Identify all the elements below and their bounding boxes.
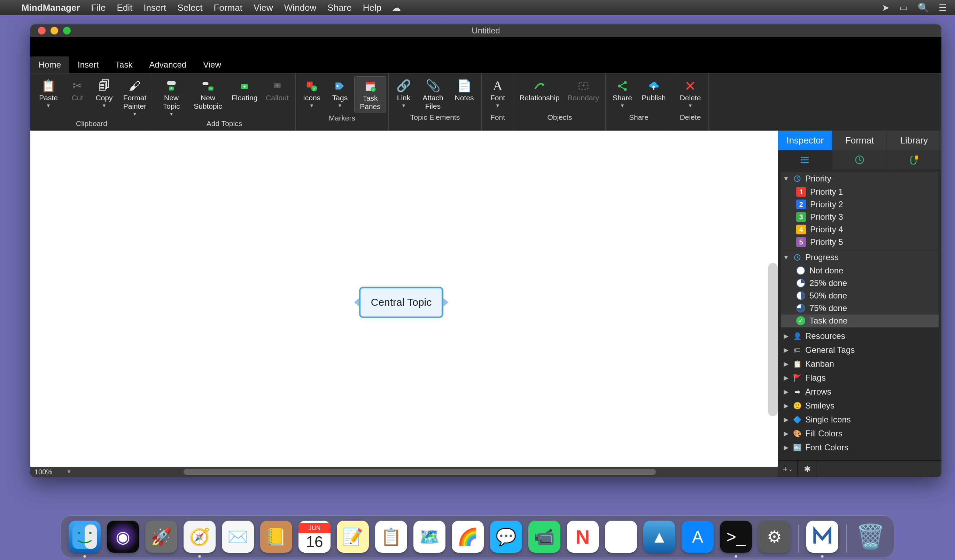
central-topic[interactable]: Central Topic — [359, 286, 443, 318]
ribbon-tab-view[interactable]: View — [195, 56, 230, 73]
minimize-window-button[interactable] — [50, 27, 58, 34]
task-panes-button[interactable]: ✓Task Panes — [354, 76, 386, 113]
inspector-subtab-attachments[interactable] — [887, 150, 941, 170]
new-subtopic-button[interactable]: +New Subtopic — [188, 76, 228, 112]
menu-edit[interactable]: Edit — [111, 2, 138, 13]
dock-maps[interactable]: 🗺️ — [413, 521, 445, 553]
menu-extra-icon[interactable]: ☁ — [387, 2, 406, 13]
canvas-horizontal-scrollbar[interactable] — [183, 469, 656, 475]
font-button[interactable]: AFont▼ — [484, 76, 512, 112]
ribbon-tab-insert[interactable]: Insert — [69, 56, 107, 73]
format-painter-button[interactable]: 🖌Format Painter ▼ — [119, 76, 151, 118]
menu-help[interactable]: Help — [357, 2, 387, 13]
cut-button[interactable]: ✂Cut — [65, 76, 89, 112]
tray-spotlight-icon[interactable]: 🔍 — [913, 2, 934, 13]
progress-item[interactable]: ✓Task done — [781, 314, 939, 327]
collapsed-group-head[interactable]: ▶🙂Smileys — [781, 399, 939, 413]
new-topic-button[interactable]: +New Topic ▼ — [155, 76, 187, 118]
menu-window[interactable]: Window — [279, 2, 322, 13]
menu-insert[interactable]: Insert — [138, 2, 172, 13]
priority-group-head[interactable]: ▼ Priority — [781, 172, 939, 186]
dock-facetime[interactable]: 📹 — [528, 521, 560, 553]
dock-siri[interactable]: ◉ — [107, 521, 139, 553]
zoom-level[interactable]: 100% — [34, 468, 52, 476]
relationship-button[interactable]: Relationship — [516, 76, 563, 112]
collapsed-group-head[interactable]: ▶🎨Fill Colors — [781, 427, 939, 441]
floating-button[interactable]: +Floating — [229, 76, 260, 112]
priority-item[interactable]: 3Priority 3 — [781, 211, 939, 223]
canvas-vertical-scrollbar[interactable] — [768, 263, 778, 416]
dock-mindmanager[interactable] — [806, 521, 838, 553]
dock-trash[interactable]: 🗑️ — [854, 521, 886, 553]
dock-reminders[interactable]: 📋 — [375, 521, 407, 553]
copy-button[interactable]: 🗐Copy▼ — [90, 76, 118, 112]
dock-appstore[interactable]: A — [682, 521, 714, 553]
collapsed-group-head[interactable]: ▶🔷Single Icons — [781, 413, 939, 427]
notes-button[interactable]: 📄Notes — [449, 76, 479, 112]
publish-button[interactable]: Publish — [638, 76, 670, 112]
inspector-tab-inspector[interactable]: Inspector — [778, 131, 832, 150]
dock-terminal[interactable]: >_ — [720, 521, 752, 553]
progress-item[interactable]: 25% done — [781, 277, 939, 289]
close-window-button[interactable] — [38, 27, 45, 34]
zoom-dropdown-icon[interactable]: ▼ — [66, 469, 72, 475]
collapsed-group-head[interactable]: ▶🏷General Tags — [781, 343, 939, 357]
dock-messages[interactable]: 💬 — [490, 521, 522, 553]
dock-contacts[interactable]: 📒 — [260, 521, 292, 553]
tray-display-icon[interactable]: ▭ — [894, 2, 913, 13]
boundary-button[interactable]: +Boundary — [564, 76, 603, 112]
ribbon-tab-advanced[interactable]: Advanced — [141, 56, 195, 73]
collapsed-group-head[interactable]: ▶🚩Flags — [781, 371, 939, 385]
link-button[interactable]: 🔗Link▼ — [391, 76, 416, 112]
paste-button[interactable]: 📋Paste▼ — [32, 76, 64, 112]
inspector-tab-library[interactable]: Library — [887, 131, 941, 150]
menu-select[interactable]: Select — [172, 2, 208, 13]
collapsed-group-head[interactable]: ▶👤Resources — [781, 329, 939, 343]
add-marker-button[interactable]: +⌄ — [778, 461, 798, 477]
tags-button[interactable]: Tags▼ — [326, 76, 354, 112]
dock-news[interactable]: N — [567, 521, 599, 553]
priority-item[interactable]: 5Priority 5 — [781, 236, 939, 248]
dock-calendar[interactable]: JUN16 — [299, 521, 330, 553]
ribbon-tab-home[interactable]: Home — [30, 56, 69, 73]
inspector-tab-format[interactable]: Format — [832, 131, 887, 150]
dock-photos2[interactable]: ▲ — [643, 521, 675, 553]
menu-view[interactable]: View — [248, 2, 279, 13]
menu-share[interactable]: Share — [322, 2, 357, 13]
inspector-subtab-markers[interactable] — [778, 150, 832, 170]
marker-settings-button[interactable]: ✱ — [798, 461, 817, 477]
collapsed-group-head[interactable]: ▶➡Arrows — [781, 385, 939, 399]
icons-button[interactable]: 1✓Icons▼ — [298, 76, 326, 112]
dock-photos[interactable]: 🌈 — [452, 521, 484, 553]
topic-right-handle[interactable] — [443, 297, 448, 307]
ribbon-tab-task[interactable]: Task — [107, 56, 141, 73]
dock-mail[interactable]: ✉️ — [222, 521, 254, 553]
menu-file[interactable]: File — [86, 2, 111, 13]
progress-item[interactable]: 75% done — [781, 302, 939, 314]
progress-group-head[interactable]: ▼ Progress — [781, 250, 939, 264]
delete-button[interactable]: ✕Delete▼ — [674, 76, 706, 112]
menubar-app-name[interactable]: MindManager — [16, 2, 86, 13]
attach-files-button[interactable]: 📎Attach Files — [417, 76, 449, 112]
share-button[interactable]: Share▼ — [608, 76, 637, 112]
tray-control-center-icon[interactable]: ☰ — [934, 2, 952, 13]
dock-finder[interactable] — [69, 521, 101, 553]
inspector-subtab-task[interactable] — [832, 150, 887, 170]
priority-item[interactable]: 2Priority 2 — [781, 198, 939, 211]
callout-button[interactable]: +Callout — [261, 76, 293, 112]
dock-settings[interactable]: ⚙ — [758, 521, 790, 553]
menu-format[interactable]: Format — [208, 2, 248, 13]
dock-safari[interactable]: 🧭 — [183, 521, 216, 553]
mindmap-canvas[interactable]: Central Topic — [30, 131, 778, 467]
priority-item[interactable]: 4Priority 4 — [781, 223, 939, 236]
collapsed-group-head[interactable]: ▶📋Kanban — [781, 357, 939, 371]
collapsed-group-head[interactable]: ▶🔤Font Colors — [781, 441, 939, 454]
priority-item[interactable]: 1Priority 1 — [781, 186, 939, 198]
dock-launchpad[interactable]: 🚀 — [145, 521, 177, 553]
dock-music[interactable]: ♪ — [605, 521, 637, 553]
progress-item[interactable]: 50% done — [781, 289, 939, 302]
dock-notes[interactable]: 📝 — [337, 521, 369, 553]
progress-item[interactable]: Not done — [781, 264, 939, 277]
tray-location-icon[interactable]: ➤ — [877, 2, 894, 13]
zoom-window-button[interactable] — [63, 27, 71, 34]
